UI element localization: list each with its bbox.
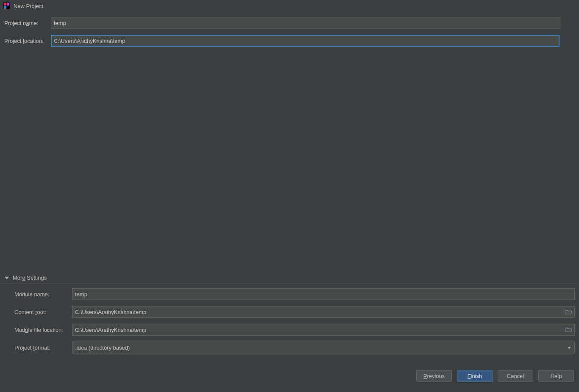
content-root-input[interactable]: [72, 306, 575, 318]
help-button[interactable]: Help: [538, 370, 574, 382]
window-title: New Project: [14, 3, 569, 9]
project-location-label: Project location:: [4, 38, 51, 44]
module-file-location-row: Module file location:: [14, 324, 575, 336]
module-name-input[interactable]: [72, 288, 575, 300]
more-settings-toggle[interactable]: More Settings: [0, 275, 579, 284]
chevron-down-icon: [4, 275, 9, 281]
folder-open-icon[interactable]: [565, 309, 572, 315]
module-name-row: Module name:: [14, 288, 575, 300]
previous-button[interactable]: Previous: [416, 370, 452, 382]
svg-rect-1: [4, 3, 6, 6]
more-settings-title: More Settings: [13, 275, 47, 281]
project-location-input[interactable]: [51, 35, 560, 47]
content-root-label: Content root:: [14, 309, 72, 315]
svg-rect-2: [7, 3, 9, 6]
svg-marker-7: [5, 277, 9, 279]
more-settings-section: More Settings Module name: Content root:: [4, 275, 575, 359]
finish-button[interactable]: Finish: [457, 370, 493, 382]
app-icon: [3, 3, 10, 9]
folder-open-icon[interactable]: [565, 327, 572, 333]
project-name-label: Project name:: [4, 20, 51, 26]
module-file-location-input[interactable]: [72, 324, 575, 336]
more-settings-body: Module name: Content root: Module file l…: [4, 288, 575, 353]
project-format-row: Project format: .idea (directory based): [14, 342, 575, 353]
chevron-down-icon: [568, 345, 571, 351]
cancel-button[interactable]: Cancel: [498, 370, 533, 382]
svg-rect-4: [4, 8, 6, 8]
project-name-row: Project name:: [4, 17, 575, 29]
titlebar: New Project: [0, 0, 579, 12]
content-root-row: Content root:: [14, 306, 575, 318]
module-file-location-label: Module file location:: [14, 327, 72, 333]
project-format-dropdown[interactable]: .idea (directory based): [72, 342, 575, 353]
project-format-label: Project format:: [14, 345, 72, 351]
project-name-input[interactable]: [51, 17, 575, 29]
content-area: Project name: Project location: ...: [0, 12, 579, 47]
project-format-value: .idea (directory based): [75, 345, 130, 351]
module-name-label: Module name:: [14, 291, 72, 297]
button-bar: Previous Finish Cancel Help: [416, 370, 574, 382]
project-location-row: Project location: ...: [4, 35, 575, 47]
svg-marker-8: [568, 347, 571, 349]
